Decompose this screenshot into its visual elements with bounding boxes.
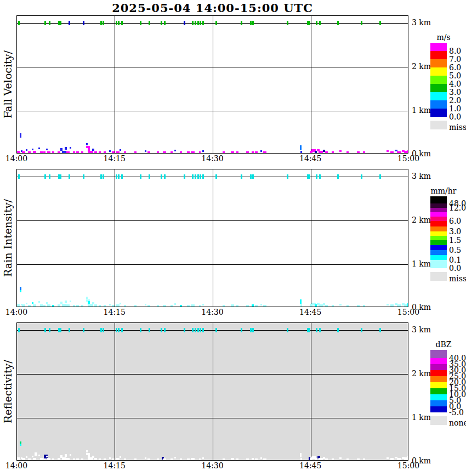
legend-color-cell xyxy=(430,388,447,394)
echo-cell xyxy=(40,151,43,153)
legend-tick-label: 7.0 xyxy=(449,55,466,64)
legend-color-cell xyxy=(430,92,447,100)
legend-color-cell xyxy=(430,212,447,217)
echo-cell xyxy=(20,444,21,446)
echo-cell xyxy=(70,454,71,456)
echo-cell xyxy=(191,151,195,153)
legend-color-cell xyxy=(430,59,447,67)
echo-cell xyxy=(223,458,225,460)
echo-cell xyxy=(112,305,115,307)
echo-mark-3km xyxy=(49,21,50,25)
echo-cell xyxy=(319,151,323,153)
echo-cell xyxy=(236,305,238,307)
echo-mark-3km xyxy=(60,328,61,332)
height-tick-label: 3 km xyxy=(412,19,439,26)
echo-cell xyxy=(191,458,195,460)
echo-cell xyxy=(52,305,54,307)
echo-cell xyxy=(300,151,302,153)
legend-color-cell xyxy=(430,76,447,84)
legend-color-cell xyxy=(430,245,447,250)
echo-cell xyxy=(263,151,266,153)
legend-miss-label: none xyxy=(449,418,466,427)
time-tick-label: 14:30 xyxy=(195,155,230,162)
echo-cell xyxy=(332,305,334,307)
echo-cell xyxy=(339,457,342,459)
height-tick-label: 3 km xyxy=(412,326,439,333)
legend-tick-label: 6.0 xyxy=(449,63,466,72)
echo-mark-3km xyxy=(252,328,254,332)
echo-cell xyxy=(157,151,159,153)
echo-cell xyxy=(163,458,166,460)
gridline-time xyxy=(115,16,115,153)
legend-color-cell xyxy=(430,376,447,382)
echo-cell xyxy=(26,303,27,304)
legend-color-cell xyxy=(430,100,447,109)
echo-cell xyxy=(319,304,323,307)
legend-tick-label: 0.5 xyxy=(449,246,466,254)
echo-cell xyxy=(70,147,71,149)
echo-cell xyxy=(157,305,159,307)
echo-cell xyxy=(58,151,60,153)
echo-cell xyxy=(73,305,75,307)
echo-cell xyxy=(346,151,349,153)
echo-mark-3km xyxy=(361,174,362,179)
echo-cell xyxy=(120,456,121,458)
chart-title: 2025-05-04 14:00-15:00 UTC xyxy=(16,1,408,15)
echo-mark-3km xyxy=(164,174,166,179)
echo-cell xyxy=(35,452,37,456)
echo-mark-3km xyxy=(200,328,201,332)
echo-cell xyxy=(76,151,79,153)
echo-cell xyxy=(223,305,225,307)
legend-miss-label: miss xyxy=(449,123,466,132)
echo-mark-3km xyxy=(44,328,46,332)
echo-mark-3km xyxy=(337,174,339,179)
echo-cell xyxy=(357,458,360,460)
echo-cell xyxy=(174,303,176,305)
echo-mark-3km xyxy=(164,21,166,25)
echo-cell xyxy=(109,457,111,459)
echo-mark-3km xyxy=(149,21,150,25)
echo-cell xyxy=(407,303,408,307)
echo-cell xyxy=(65,301,67,303)
echo-cell xyxy=(88,151,93,153)
echo-cell xyxy=(28,305,31,307)
gridline-time xyxy=(213,323,213,460)
echo-cell xyxy=(76,458,79,460)
echo-cell xyxy=(22,151,25,153)
echo-mark-3km xyxy=(316,21,317,25)
legend-color-cell xyxy=(430,358,447,364)
echo-mark-3km xyxy=(161,21,162,25)
echo-cell xyxy=(32,302,33,304)
echo-cell xyxy=(223,151,225,153)
echo-cell xyxy=(38,455,40,456)
echo-cell xyxy=(187,458,190,460)
echo-cell xyxy=(407,150,408,153)
echo-cell xyxy=(94,151,97,153)
echo-cell xyxy=(300,145,302,150)
echo-mark-3km xyxy=(241,328,242,332)
time-tick-label: 15:00 xyxy=(391,155,426,162)
echo-cell xyxy=(255,151,258,153)
echo-mark-3km xyxy=(361,21,362,25)
echo-cell xyxy=(28,151,31,153)
legend-tick-label: 5.0 xyxy=(449,71,466,80)
echo-mark-3km xyxy=(69,174,70,179)
echo-cell xyxy=(357,151,360,153)
echo-cell xyxy=(199,305,201,307)
echo-mark-3km xyxy=(200,21,201,25)
time-tick-label: 14:45 xyxy=(293,308,328,316)
legend-tick-label: 12.0 xyxy=(449,203,466,212)
legend-title-mm-hr: mm/hr xyxy=(428,187,459,195)
echo-cell xyxy=(62,304,66,307)
time-tick-label: 14:00 xyxy=(0,462,34,469)
echo-cell xyxy=(300,453,302,457)
legend-tick-label: -5.0 xyxy=(449,408,466,417)
echo-cell xyxy=(397,304,401,307)
echo-mark-3km xyxy=(307,328,309,332)
echo-mark-3km xyxy=(118,328,120,332)
echo-cell xyxy=(263,458,266,460)
time-tick-label: 14:00 xyxy=(0,308,34,316)
echo-cell xyxy=(397,151,401,153)
echo-cell xyxy=(73,458,75,460)
echo-cell xyxy=(116,151,120,153)
